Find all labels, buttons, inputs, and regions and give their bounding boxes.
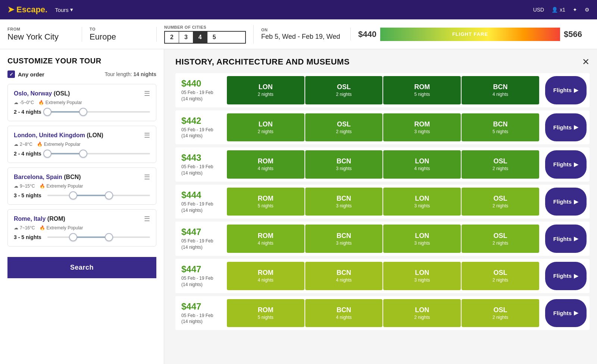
temp-value-2: 9~15°C <box>20 183 35 189</box>
city-card-header-2: Barcelona, Spain (BCN) ☰ <box>14 173 150 181</box>
result-dates-0: 05 Feb - 19 Feb(14 nights) <box>181 90 218 102</box>
tour-length-value: 14 nights <box>134 71 156 77</box>
currency-selector[interactable]: USD <box>533 7 544 13</box>
flights-button-2[interactable]: Flights ▶ <box>545 150 587 179</box>
flights-arrow-icon-6: ▶ <box>574 310 578 316</box>
result-row-2: $443 05 Feb - 19 Feb(14 nights) ROM 4 ni… <box>175 147 590 182</box>
city-block-5-0: ROM 4 nights <box>227 262 304 290</box>
result-price-col-0: $440 05 Feb - 19 Feb(14 nights) <box>175 73 224 107</box>
close-button[interactable]: ✕ <box>582 57 590 67</box>
flights-arrow-icon-2: ▶ <box>574 161 578 168</box>
customize-title: CUSTOMIZE YOUR TOUR <box>7 57 156 65</box>
nights-row-1: 2 - 4 nights <box>14 151 150 157</box>
cities-option-2[interactable]: 2 <box>165 32 179 43</box>
slider-thumb-left-3[interactable] <box>69 233 77 241</box>
slider-thumb-right-0[interactable] <box>79 108 87 116</box>
from-value: New York City <box>7 32 74 42</box>
flights-label-3: Flights <box>553 198 572 205</box>
to-value: Europe <box>90 32 149 42</box>
result-row-0: $440 05 Feb - 19 Feb(14 nights) LON 2 ni… <box>175 73 590 107</box>
flights-label-1: Flights <box>553 124 572 131</box>
city-block-3-2: LON 3 nights <box>383 188 461 216</box>
city-meta-2: ☁ 9~15°C 🔥 Extremely Popular <box>14 183 150 189</box>
cities-selector[interactable]: 2 3 4 5 <box>164 31 246 44</box>
flights-button-5[interactable]: Flights ▶ <box>545 262 587 290</box>
result-price-6: $447 <box>181 301 218 312</box>
theme-toggle[interactable]: ✦ <box>573 7 577 13</box>
search-button[interactable]: Search <box>7 257 156 278</box>
result-price-col-3: $444 05 Feb - 19 Feb(14 nights) <box>175 185 224 219</box>
from-field[interactable]: FROM New York City <box>7 27 82 42</box>
result-row-6: $447 05 Feb - 19 Feb(14 nights) ROM 5 ni… <box>175 296 590 330</box>
checkmark-icon: ✓ <box>9 72 13 77</box>
result-row-1: $442 05 Feb - 19 Feb(14 nights) LON 2 ni… <box>175 110 590 145</box>
slider-thumb-left-2[interactable] <box>69 191 77 200</box>
city-name-1: London, United Kingdom (LON) <box>14 132 103 139</box>
city-block-3-1: BCN 3 nights <box>305 188 383 216</box>
slider-thumb-right-1[interactable] <box>79 150 87 158</box>
slider-track-2[interactable] <box>47 195 150 196</box>
cities-option-3[interactable]: 3 <box>179 32 193 43</box>
city-block-3-0: ROM 5 nights <box>227 188 304 216</box>
slider-fill-3 <box>73 236 109 238</box>
result-price-col-6: $447 05 Feb - 19 Feb(14 nights) <box>175 296 224 330</box>
menu-icon-2[interactable]: ☰ <box>144 173 150 181</box>
flights-button-4[interactable]: Flights ▶ <box>545 225 587 253</box>
nights-label-2: 3 - 5 nights <box>14 192 41 198</box>
city-block-nights-2-3: 2 nights <box>493 166 508 171</box>
slider-thumb-right-2[interactable] <box>105 191 113 200</box>
slider-thumb-left-1[interactable] <box>43 150 51 158</box>
city-block-nights-4-3: 2 nights <box>493 241 508 246</box>
tour-length-prefix: Tour length: <box>104 71 132 77</box>
logo[interactable]: ➤ Escape. <box>7 5 47 15</box>
slider-track-3[interactable] <box>47 236 150 238</box>
city-name-2: Barcelona, Spain (BCN) <box>14 174 81 181</box>
city-name-0: Oslo, Norway (OSL) <box>14 90 70 97</box>
to-field[interactable]: TO Europe <box>82 27 157 42</box>
city-block-1-3: BCN 5 nights <box>462 113 539 142</box>
menu-icon-3[interactable]: ☰ <box>144 215 150 223</box>
popularity-item-3: 🔥 Extremely Popular <box>40 225 83 230</box>
result-cities-0: LON 2 nights OSL 2 nights ROM 5 nights B… <box>224 73 542 107</box>
city-block-code-4-2: LON <box>415 232 429 240</box>
result-dates-2: 05 Feb - 19 Feb(14 nights) <box>181 164 218 176</box>
date-field[interactable]: ON Feb 5, Wed - Feb 19, Wed <box>254 28 351 41</box>
slider-track-0[interactable] <box>47 111 150 113</box>
result-dates-5: 05 Feb - 19 Feb(14 nights) <box>181 275 218 288</box>
temp-item-0: ☁ -5~0°C <box>14 100 34 105</box>
any-order-checkbox[interactable]: ✓ <box>7 70 15 78</box>
slider-track-1[interactable] <box>47 153 150 154</box>
city-block-code-5-1: BCN <box>337 269 351 277</box>
city-block-code-2-3: OSL <box>493 157 507 165</box>
travelers-selector[interactable]: 👤 x1 <box>551 7 565 13</box>
flights-label-6: Flights <box>553 310 572 316</box>
menu-icon-1[interactable]: ☰ <box>144 131 150 139</box>
tours-menu[interactable]: Tours ▾ <box>55 6 73 13</box>
popularity-value-1: Extremely Popular <box>44 142 81 147</box>
any-order-left: ✓ Any order <box>7 70 44 78</box>
slider-thumb-left-0[interactable] <box>43 108 51 116</box>
city-block-code-6-2: LON <box>415 306 429 314</box>
flights-button-1[interactable]: Flights ▶ <box>545 113 587 142</box>
city-block-code-2-1: BCN <box>337 157 351 165</box>
nights-label-1: 2 - 4 nights <box>14 151 41 157</box>
cities-option-5[interactable]: 5 <box>207 32 221 43</box>
city-block-6-2: LON 2 nights <box>383 299 461 327</box>
cities-option-4[interactable]: 4 <box>193 32 207 43</box>
flights-button-0[interactable]: Flights ▶ <box>545 76 587 104</box>
slider-thumb-right-3[interactable] <box>105 233 113 241</box>
city-block-nights-5-3: 2 nights <box>493 277 508 283</box>
cloud-icon-3: ☁ <box>14 225 18 230</box>
temp-value-1: 2~8°C <box>20 142 32 147</box>
result-dates-4: 05 Feb - 19 Feb(14 nights) <box>181 238 218 251</box>
any-order-label: Any order <box>18 71 44 78</box>
settings-button[interactable]: ⚙ <box>585 7 590 13</box>
cloud-icon-2: ☁ <box>14 183 18 189</box>
city-block-6-3: OSL 2 nights <box>462 299 539 327</box>
menu-icon-0[interactable]: ☰ <box>144 90 150 98</box>
result-dates-1: 05 Feb - 19 Feb(14 nights) <box>181 127 218 139</box>
flights-button-6[interactable]: Flights ▶ <box>545 299 587 327</box>
flights-button-3[interactable]: Flights ▶ <box>545 188 587 216</box>
results-title: HISTORY, ARCHITECTURE AND MUSEUMS <box>175 57 350 67</box>
result-row-4: $447 05 Feb - 19 Feb(14 nights) ROM 4 ni… <box>175 222 590 256</box>
